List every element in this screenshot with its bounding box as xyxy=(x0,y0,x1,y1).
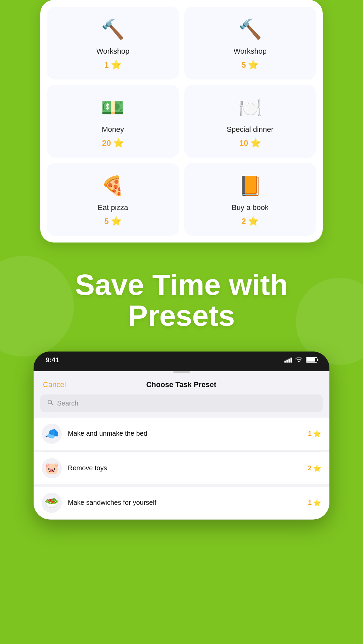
star-icon: ⭐ xyxy=(111,216,122,226)
status-time: 9:41 xyxy=(46,356,59,364)
reward-points: 2⭐ xyxy=(241,216,259,226)
task-icon-toys: 🐷 xyxy=(42,458,62,478)
reward-points: 10⭐ xyxy=(239,138,261,148)
reward-points: 1⭐ xyxy=(104,60,122,70)
star-icon: ⭐ xyxy=(248,60,259,70)
star-icon: ⭐ xyxy=(113,138,124,148)
reward-icon-money20: 💵 xyxy=(99,94,126,121)
task-item-toys[interactable]: 🐷Remove toys2⭐ xyxy=(34,452,329,484)
reward-icon-buybook: 📙 xyxy=(237,172,264,199)
reward-points: 5⭐ xyxy=(104,216,122,226)
star-icon: ⭐ xyxy=(313,464,321,472)
headline-section: Save Time with Presets xyxy=(0,243,363,352)
signal-bars-icon xyxy=(284,358,292,363)
star-icon: ⭐ xyxy=(248,216,259,226)
task-item-bed[interactable]: 🧢Make and unmake the bed1⭐ xyxy=(34,418,329,450)
reward-card-workshop1[interactable]: 🔨Workshop1⭐ xyxy=(47,7,179,79)
reward-icon-specialdinner: 🍽️ xyxy=(237,94,264,121)
task-points: 1⭐ xyxy=(308,499,321,507)
task-points: 1⭐ xyxy=(308,430,321,438)
task-list: 🧢Make and unmake the bed1⭐🐷Remove toys2⭐… xyxy=(34,418,329,520)
reward-card-money20[interactable]: 💵Money20⭐ xyxy=(47,85,179,158)
headline-line1: Save Time with xyxy=(75,268,288,301)
star-icon: ⭐ xyxy=(313,430,321,438)
rewards-grid: 🔨Workshop1⭐🔨Workshop5⭐💵Money20⭐🍽️Special… xyxy=(47,7,316,236)
reward-name: Eat pizza xyxy=(98,203,128,212)
reward-icon-workshop1: 🔨 xyxy=(99,16,126,43)
reward-icon-eatpizza: 🍕 xyxy=(99,172,126,199)
task-item-sandwiches[interactable]: 🥗Make sandwiches for yourself1⭐ xyxy=(34,487,329,519)
task-divider xyxy=(42,486,321,486)
task-name: Make and unmake the bed xyxy=(68,430,302,437)
modal-title: Choose Task Preset xyxy=(146,380,216,389)
task-points: 2⭐ xyxy=(308,464,321,472)
task-icon-bed: 🧢 xyxy=(42,424,62,444)
status-icons xyxy=(284,357,317,364)
task-icon-sandwiches: 🥗 xyxy=(42,493,62,513)
reward-name: Money xyxy=(102,125,124,134)
phone-content: Cancel Choose Task Preset Search 🧢Make a… xyxy=(34,371,329,520)
reward-card-specialdinner[interactable]: 🍽️Special dinner10⭐ xyxy=(184,85,316,158)
star-icon: ⭐ xyxy=(250,138,261,148)
reward-name: Workshop xyxy=(233,47,267,56)
status-bar: 9:41 xyxy=(34,352,329,367)
reward-card-buybook[interactable]: 📙Buy a book2⭐ xyxy=(184,163,316,236)
reward-points: 20⭐ xyxy=(102,138,124,148)
search-placeholder: Search xyxy=(57,399,78,407)
task-name: Make sandwiches for yourself xyxy=(68,499,302,506)
cancel-button[interactable]: Cancel xyxy=(43,380,66,389)
task-name: Remove toys xyxy=(68,464,302,472)
reward-points: 5⭐ xyxy=(241,60,259,70)
reward-card-eatpizza[interactable]: 🍕Eat pizza5⭐ xyxy=(47,163,179,236)
wifi-icon xyxy=(295,357,303,364)
bottom-phone-wrapper: 9:41 xyxy=(34,352,329,520)
search-bar[interactable]: Search xyxy=(40,394,323,412)
reward-name: Workshop xyxy=(96,47,130,56)
battery-icon xyxy=(306,357,317,363)
bottom-phone-mockup: 9:41 xyxy=(34,352,329,520)
drag-handle xyxy=(173,371,190,373)
star-icon: ⭐ xyxy=(111,60,122,70)
star-icon: ⭐ xyxy=(313,499,321,507)
modal-header: Cancel Choose Task Preset xyxy=(34,377,329,394)
reward-name: Buy a book xyxy=(232,203,269,212)
search-icon xyxy=(47,399,54,408)
reward-icon-workshop5: 🔨 xyxy=(237,16,264,43)
reward-name: Special dinner xyxy=(227,125,273,134)
headline-line2: Presets xyxy=(128,299,235,332)
svg-line-1 xyxy=(51,404,53,405)
reward-card-workshop5[interactable]: 🔨Workshop5⭐ xyxy=(184,7,316,79)
top-phone-mockup: 🔨Workshop1⭐🔨Workshop5⭐💵Money20⭐🍽️Special… xyxy=(40,0,323,243)
task-divider xyxy=(42,451,321,451)
